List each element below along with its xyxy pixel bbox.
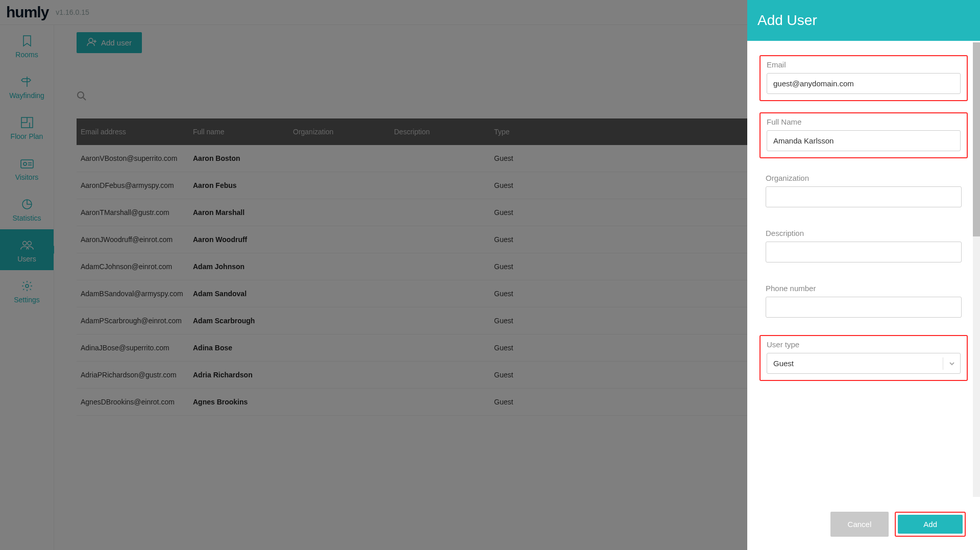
add-button-highlight: Add xyxy=(895,512,966,537)
fullname-label: Full Name xyxy=(767,117,961,126)
fullname-input[interactable] xyxy=(767,130,961,151)
scrollbar-thumb[interactable] xyxy=(973,42,980,236)
add-user-drawer: Add User Email Full Name Organization De… xyxy=(747,0,980,550)
drawer-body: Email Full Name Organization Description… xyxy=(747,41,980,498)
phone-input[interactable] xyxy=(766,297,962,318)
field-fullname: Full Name xyxy=(760,112,968,158)
field-email: Email xyxy=(760,55,968,101)
description-label: Description xyxy=(766,229,962,237)
usertype-label: User type xyxy=(767,340,961,349)
organization-input[interactable] xyxy=(766,186,962,207)
cancel-button[interactable]: Cancel xyxy=(830,512,889,537)
phone-label: Phone number xyxy=(766,284,962,293)
field-description: Description xyxy=(760,225,968,269)
description-input[interactable] xyxy=(766,242,962,262)
email-label: Email xyxy=(767,60,961,69)
email-input[interactable] xyxy=(767,73,961,94)
field-organization: Organization xyxy=(760,170,968,213)
drawer-title: Add User xyxy=(747,0,980,41)
drawer-footer: Cancel Add xyxy=(747,498,980,550)
organization-label: Organization xyxy=(766,174,962,182)
add-button[interactable]: Add xyxy=(898,515,963,534)
usertype-select[interactable] xyxy=(767,353,961,374)
field-phone: Phone number xyxy=(760,280,968,324)
drawer-scrollbar[interactable] xyxy=(973,42,980,497)
field-usertype: User type xyxy=(760,335,968,381)
